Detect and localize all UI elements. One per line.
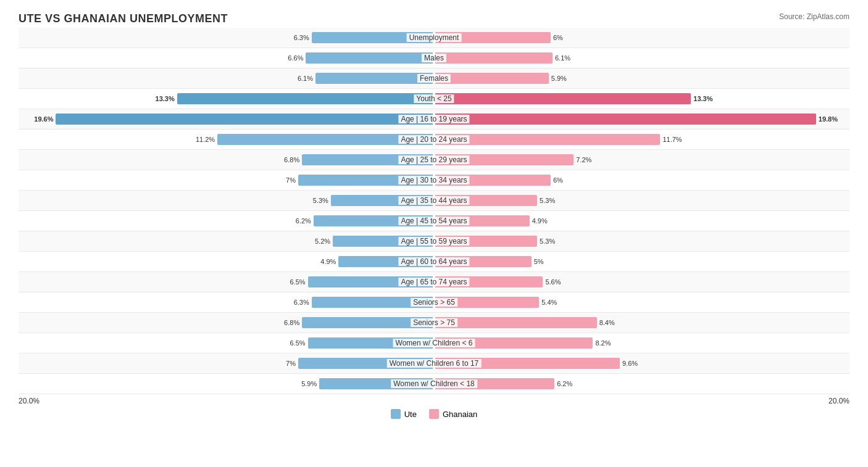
axis-row: 20.0% 20.0% bbox=[19, 397, 849, 405]
right-value: 5.3% bbox=[540, 197, 559, 204]
row-label: Females bbox=[417, 74, 451, 83]
left-section: 4.9% bbox=[19, 252, 434, 271]
row-label: Age | 65 to 74 years bbox=[398, 278, 469, 286]
row-label: Age | 20 to 24 years bbox=[398, 135, 469, 144]
left-section: 6.5% bbox=[19, 272, 434, 292]
row-label: Age | 16 to 19 years bbox=[398, 115, 469, 123]
right-section: 9.6% bbox=[434, 353, 849, 373]
chart-title: UTE VS GHANAIAN UNEMPLOYMENT bbox=[19, 12, 228, 25]
right-section: 5.3% bbox=[434, 191, 849, 210]
axis-left: 20.0% bbox=[19, 397, 434, 405]
left-value: 7% bbox=[276, 360, 296, 367]
chart-row: 6.3%Unemployment6% bbox=[19, 28, 849, 48]
right-section: 6.1% bbox=[434, 48, 849, 68]
right-value: 6.1% bbox=[555, 54, 575, 62]
pink-bar bbox=[435, 114, 816, 125]
right-section: 19.8% bbox=[434, 109, 849, 129]
row-label: Age | 45 to 54 years bbox=[398, 217, 469, 225]
chart-row: 4.9%Age | 60 to 64 years5% bbox=[19, 252, 849, 272]
right-value: 8.4% bbox=[599, 319, 619, 326]
right-section: 8.2% bbox=[434, 333, 849, 353]
row-label: Age | 60 to 64 years bbox=[398, 257, 469, 266]
right-section: 13.3% bbox=[434, 89, 849, 109]
right-section: 4.9% bbox=[434, 211, 849, 231]
chart-row: 6.8%Age | 25 to 29 years7.2% bbox=[19, 150, 849, 170]
chart-row: 6.5%Women w/ Children < 68.2% bbox=[19, 333, 849, 353]
pink-bar bbox=[435, 317, 597, 328]
right-value: 5.4% bbox=[541, 299, 561, 306]
chart-container: 6.3%Unemployment6%6.6%Males6.1%6.1%Femal… bbox=[19, 28, 849, 394]
right-section: 5% bbox=[434, 252, 849, 271]
right-section: 5.6% bbox=[434, 272, 849, 292]
pink-bar bbox=[435, 52, 553, 64]
chart-row: 6.1%Females5.9% bbox=[19, 68, 849, 89]
left-section: 11.2% bbox=[19, 130, 434, 149]
chart-row: 7%Age | 30 to 34 years6% bbox=[19, 170, 849, 191]
blue-bar bbox=[177, 93, 433, 104]
pink-bar bbox=[435, 73, 549, 84]
chart-row: 13.3%Youth < 2513.3% bbox=[19, 89, 849, 109]
source-label: Source: ZipAtlas.com bbox=[779, 12, 849, 21]
chart-row: 11.2%Age | 20 to 24 years11.7% bbox=[19, 130, 849, 150]
left-section: 6.3% bbox=[19, 292, 434, 312]
chart-row: 5.2%Age | 55 to 59 years5.3% bbox=[19, 231, 849, 252]
right-section: 8.4% bbox=[434, 313, 849, 333]
left-value: 6.3% bbox=[290, 34, 309, 41]
chart-row: 5.3%Age | 35 to 44 years5.3% bbox=[19, 191, 849, 211]
left-section: 19.6% bbox=[19, 109, 434, 129]
right-section: 6.2% bbox=[434, 374, 849, 394]
chart-row: 6.6%Males6.1% bbox=[19, 48, 849, 68]
row-label: Age | 35 to 44 years bbox=[398, 196, 469, 205]
right-value: 8.2% bbox=[595, 339, 615, 347]
ute-label: Ute bbox=[404, 410, 417, 419]
ghanaian-color-box bbox=[429, 409, 439, 419]
left-value: 13.3% bbox=[155, 95, 175, 102]
left-value: 5.2% bbox=[311, 238, 330, 245]
legend-ute: Ute bbox=[391, 409, 417, 419]
legend: Ute Ghanaian bbox=[19, 409, 849, 419]
left-value: 6.3% bbox=[290, 299, 309, 306]
right-section: 6% bbox=[434, 170, 849, 190]
left-value: 6.8% bbox=[280, 156, 299, 163]
left-value: 11.2% bbox=[195, 136, 215, 143]
left-section: 7% bbox=[19, 353, 434, 373]
row-label: Seniors > 65 bbox=[411, 298, 457, 307]
ute-color-box bbox=[391, 409, 401, 419]
pink-bar bbox=[435, 93, 691, 104]
right-value: 6.2% bbox=[557, 380, 577, 387]
left-value: 6.8% bbox=[280, 319, 299, 326]
left-value: 6.5% bbox=[286, 278, 306, 286]
chart-row: 7%Women w/ Children 6 to 179.6% bbox=[19, 353, 849, 374]
left-section: 6.6% bbox=[19, 48, 434, 68]
left-value: 6.6% bbox=[283, 54, 303, 62]
row-label: Seniors > 75 bbox=[411, 318, 457, 327]
left-value: 4.9% bbox=[316, 258, 336, 265]
row-label: Unemployment bbox=[407, 33, 462, 42]
right-section: 5.4% bbox=[434, 292, 849, 312]
blue-bar bbox=[315, 73, 433, 84]
left-section: 6.2% bbox=[19, 211, 434, 231]
right-value: 5% bbox=[534, 258, 554, 265]
chart-row: 5.9%Women w/ Children < 186.2% bbox=[19, 374, 849, 394]
left-section: 6.3% bbox=[19, 28, 434, 48]
left-value: 5.9% bbox=[297, 380, 317, 387]
chart-row: 19.6%Age | 16 to 19 years19.8% bbox=[19, 109, 849, 130]
right-value: 19.8% bbox=[819, 115, 838, 123]
blue-bar bbox=[56, 114, 433, 125]
right-value: 13.3% bbox=[693, 95, 713, 102]
right-section: 11.7% bbox=[434, 130, 849, 149]
right-section: 5.9% bbox=[434, 68, 849, 88]
row-label: Women w/ Children 6 to 17 bbox=[387, 359, 482, 368]
left-section: 5.2% bbox=[19, 231, 434, 251]
left-section: 7% bbox=[19, 170, 434, 190]
right-value: 9.6% bbox=[622, 360, 642, 367]
right-value: 7.2% bbox=[576, 156, 596, 163]
chart-row: 6.3%Seniors > 655.4% bbox=[19, 292, 849, 313]
right-value: 5.6% bbox=[545, 278, 565, 286]
row-label: Women w/ Children < 6 bbox=[393, 339, 475, 347]
left-value: 6.5% bbox=[286, 339, 306, 347]
row-label: Youth < 25 bbox=[414, 94, 454, 103]
right-value: 4.9% bbox=[532, 217, 552, 225]
left-value: 19.6% bbox=[33, 115, 53, 123]
row-label: Age | 25 to 29 years bbox=[398, 155, 469, 164]
